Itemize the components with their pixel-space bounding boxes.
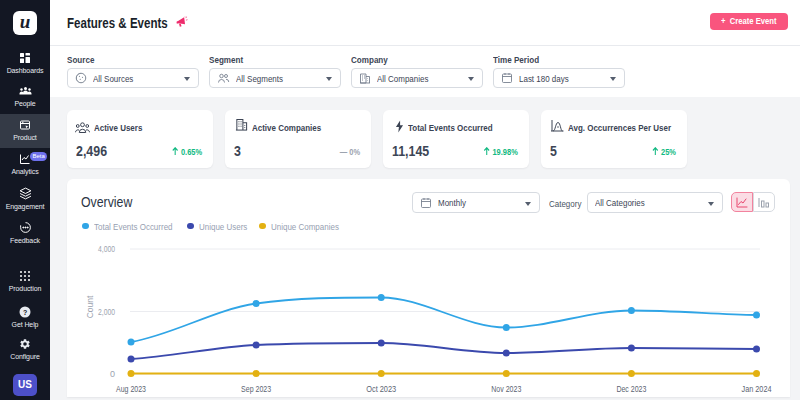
svg-text:Count: Count xyxy=(85,295,95,318)
svg-text:4,000: 4,000 xyxy=(98,244,115,254)
svg-text:0: 0 xyxy=(110,369,115,379)
svg-text:?: ? xyxy=(23,309,27,316)
svg-text:Aug 2023: Aug 2023 xyxy=(116,384,146,394)
svg-text:Oct 2023: Oct 2023 xyxy=(366,384,396,394)
svg-text:Jan 2024: Jan 2024 xyxy=(742,384,772,394)
svg-text:Dec 2023: Dec 2023 xyxy=(616,384,646,394)
svg-text:Sep 2023: Sep 2023 xyxy=(241,384,271,394)
svg-text:Nov 2023: Nov 2023 xyxy=(491,384,521,394)
svg-text:2,000: 2,000 xyxy=(98,307,115,317)
